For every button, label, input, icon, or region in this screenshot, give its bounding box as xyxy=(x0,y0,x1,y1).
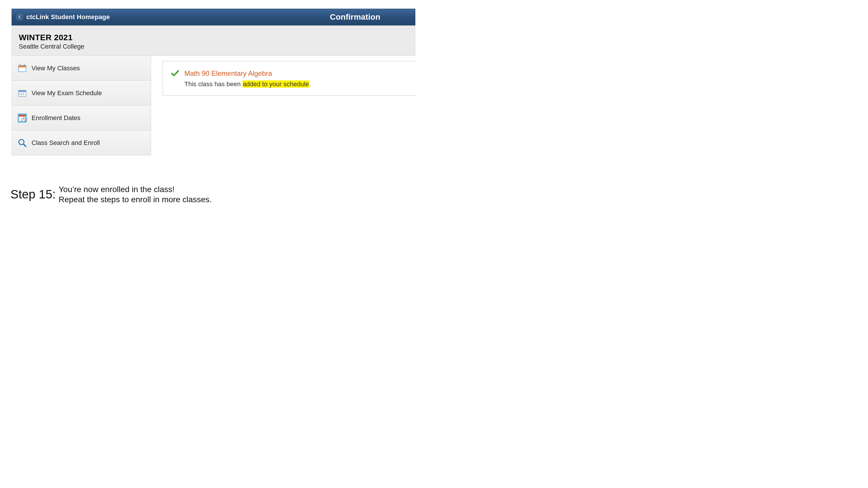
step-description-line2: Repeat the steps to enroll in more class… xyxy=(59,194,212,204)
step-callout: Step 15: You’re now enrolled in the clas… xyxy=(10,184,417,204)
sidebar-item-label: Class Search and Enroll xyxy=(32,139,100,147)
step-description: You’re now enrolled in the class! Repeat… xyxy=(59,184,212,204)
svg-rect-1 xyxy=(19,65,26,67)
sidebar-item-view-my-exam-schedule[interactable]: View My Exam Schedule xyxy=(12,81,151,106)
calendar-icon xyxy=(17,63,28,73)
confirmation-message-suffix: . xyxy=(309,80,311,88)
step-description-line1: You’re now enrolled in the class! xyxy=(59,184,212,194)
sidebar: View My Classes xyxy=(11,56,151,155)
svg-rect-3 xyxy=(24,64,25,66)
sidebar-item-label: Enrollment Dates xyxy=(32,114,81,122)
calendar-grid-icon xyxy=(17,88,28,98)
sidebar-item-label: View My Classes xyxy=(32,65,80,72)
calendar-clock-icon xyxy=(17,113,28,123)
term-header: WINTER 2021 Seattle Central College xyxy=(11,26,415,56)
svg-rect-2 xyxy=(20,64,21,66)
svg-rect-11 xyxy=(23,94,24,95)
sidebar-item-enrollment-dates[interactable]: Enrollment Dates xyxy=(12,106,151,130)
confirmation-box: Math 90 Elementary Algebra This class ha… xyxy=(163,61,415,96)
confirmed-class-name: Math 90 Elementary Algebra xyxy=(184,69,311,77)
college-name: Seattle Central College xyxy=(19,43,409,50)
chevron-left-icon xyxy=(18,15,21,19)
page-title: Confirmation xyxy=(330,12,380,22)
confirmation-message: This class has been added to your schedu… xyxy=(184,80,311,88)
sidebar-item-view-my-classes[interactable]: View My Classes xyxy=(12,56,151,81)
svg-rect-9 xyxy=(20,94,21,95)
checkmark-icon xyxy=(171,70,179,78)
svg-rect-7 xyxy=(21,93,22,94)
step-label: Step 15: xyxy=(10,188,56,201)
svg-line-17 xyxy=(24,144,26,147)
term-title: WINTER 2021 xyxy=(19,33,409,42)
svg-rect-6 xyxy=(20,93,21,94)
svg-rect-8 xyxy=(23,93,24,94)
svg-rect-5 xyxy=(19,90,26,92)
svg-rect-10 xyxy=(21,94,22,95)
breadcrumb[interactable]: ctcLink Student Homepage xyxy=(26,13,110,21)
confirmation-message-highlight: added to your schedule xyxy=(243,80,309,88)
svg-rect-14 xyxy=(19,115,26,117)
confirmation-message-prefix: This class has been xyxy=(184,80,243,88)
sidebar-item-class-search-and-enroll[interactable]: Class Search and Enroll xyxy=(12,130,151,155)
sidebar-item-label: View My Exam Schedule xyxy=(32,89,102,97)
confirmation-panel: Math 90 Elementary Algebra This class ha… xyxy=(151,56,415,96)
header-bar: ctcLink Student Homepage Confirmation xyxy=(11,9,415,26)
back-button[interactable] xyxy=(17,14,23,20)
search-icon xyxy=(17,138,28,148)
